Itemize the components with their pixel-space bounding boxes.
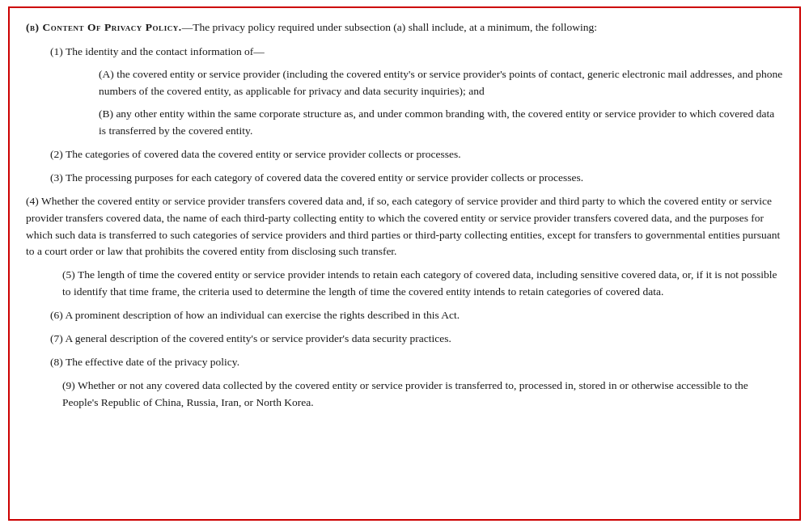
item-3-text: (3) The processing purposes for each cat…	[50, 170, 783, 187]
list-item: (2) The categories of covered data the c…	[26, 146, 783, 163]
list-item: (8) The effective date of the privacy po…	[26, 354, 783, 371]
list-item: (5) The length of time the covered entit…	[26, 267, 783, 301]
section-intro: —The privacy policy required under subse…	[182, 21, 597, 33]
item-9-text: (9) Whether or not any covered data coll…	[62, 378, 783, 412]
list-item: (3) The processing purposes for each cat…	[26, 170, 783, 187]
list-item: (6) A prominent description of how an in…	[26, 307, 783, 324]
section-header: (b) Content Of Privacy Policy.—The priva…	[26, 19, 783, 36]
item-6-text: (6) A prominent description of how an in…	[50, 307, 783, 324]
list-item: (B) any other entity within the same cor…	[50, 106, 783, 140]
item-2-text: (2) The categories of covered data the c…	[50, 146, 783, 163]
item-5-text: (5) The length of time the covered entit…	[62, 267, 783, 301]
section-label: (b) Content Of Privacy Policy.	[26, 21, 182, 33]
list-item: (1) The identity and the contact informa…	[26, 44, 783, 140]
item-1b-text: (B) any other entity within the same cor…	[99, 106, 783, 140]
item-7-text: (7) A general description of the covered…	[50, 331, 783, 348]
item-1a-text: (A) the covered entity or service provid…	[99, 66, 783, 100]
list-item: (9) Whether or not any covered data coll…	[26, 378, 783, 412]
item-1-text: (1) The identity and the contact informa…	[50, 44, 783, 61]
list-item: (4) Whether the covered entity or servic…	[26, 193, 783, 261]
list-item: (7) A general description of the covered…	[26, 331, 783, 348]
item-8-text: (8) The effective date of the privacy po…	[50, 354, 783, 371]
document-container: (b) Content Of Privacy Policy.—The priva…	[8, 6, 801, 521]
list-item: (A) the covered entity or service provid…	[50, 66, 783, 100]
item-4-text: (4) Whether the covered entity or servic…	[26, 193, 783, 261]
